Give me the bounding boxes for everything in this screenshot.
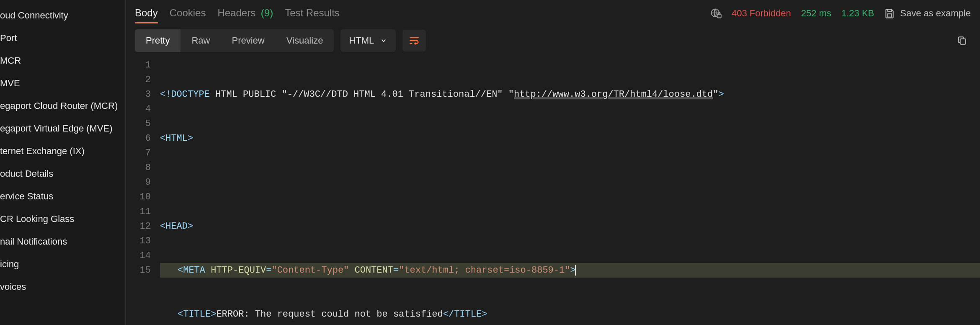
sidebar-item-port[interactable]: Port [0, 27, 125, 49]
sidebar-item-mcr-looking-glass[interactable]: CR Looking Glass [0, 208, 125, 230]
tab-headers-label: Headers [217, 7, 255, 18]
tab-cookies[interactable]: Cookies [170, 4, 206, 23]
sidebar-item-megaport-cloud-router[interactable]: egaport Cloud Router (MCR) [0, 95, 125, 117]
wrap-lines-button[interactable] [402, 30, 426, 52]
save-as-example-button[interactable]: Save as example [884, 8, 971, 19]
response-topbar: Body Cookies Headers (9) Test Results 40… [126, 0, 980, 23]
sidebar-item-cloud-connectivity[interactable]: oud Connectivity [0, 4, 125, 27]
view-mode-pretty[interactable]: Pretty [135, 29, 181, 52]
tab-headers[interactable]: Headers (9) [217, 4, 273, 23]
sidebar-item-internet-exchange[interactable]: ternet Exchange (IX) [0, 140, 125, 162]
code-content[interactable]: <!DOCTYPE HTML PUBLIC "-//W3C//DTD HTML … [160, 58, 980, 325]
view-mode-group: Pretty Raw Preview Visualize [135, 29, 334, 52]
save-as-example-label: Save as example [900, 8, 971, 19]
sidebar-item-product-details[interactable]: oduct Details [0, 162, 125, 185]
status-size: 1.23 KB [841, 8, 874, 19]
copy-button[interactable] [953, 32, 971, 49]
response-toolbar: Pretty Raw Preview Visualize HTML [126, 23, 980, 58]
text-cursor [575, 265, 576, 276]
sidebar-item-pricing[interactable]: icing [0, 253, 125, 276]
response-body-code[interactable]: 123456789101112131415 <!DOCTYPE HTML PUB… [126, 58, 980, 325]
language-dropdown[interactable]: HTML [340, 29, 396, 52]
view-mode-visualize[interactable]: Visualize [276, 29, 334, 52]
line-number-gutter: 123456789101112131415 [133, 58, 160, 325]
sidebar-item-megaport-virtual-edge[interactable]: egaport Virtual Edge (MVE) [0, 117, 125, 140]
tab-test-results[interactable]: Test Results [285, 4, 340, 23]
response-status: 403 Forbidden 252 ms 1.23 KB [710, 8, 884, 19]
tab-headers-count: (9) [261, 7, 273, 18]
language-dropdown-label: HTML [349, 35, 374, 46]
sidebar-item-mcr[interactable]: MCR [0, 49, 125, 72]
sidebar-item-invoices[interactable]: voices [0, 276, 125, 298]
tab-body[interactable]: Body [135, 4, 158, 23]
copy-icon [957, 35, 967, 46]
response-panel: Body Cookies Headers (9) Test Results 40… [126, 0, 980, 325]
save-icon [884, 8, 895, 19]
sidebar-item-email-notifications[interactable]: nail Notifications [0, 230, 125, 253]
svg-rect-2 [888, 14, 892, 17]
response-tabs: Body Cookies Headers (9) Test Results [135, 4, 710, 23]
globe-lock-icon[interactable] [710, 8, 722, 19]
wrap-icon [408, 35, 420, 46]
status-code: 403 Forbidden [732, 8, 791, 19]
view-mode-preview[interactable]: Preview [221, 29, 275, 52]
status-time: 252 ms [801, 8, 831, 19]
view-mode-raw[interactable]: Raw [181, 29, 221, 52]
sidebar-item-service-status[interactable]: ervice Status [0, 185, 125, 208]
svg-rect-1 [717, 14, 721, 18]
sidebar: oud Connectivity Port MCR MVE egaport Cl… [0, 0, 126, 325]
sidebar-item-mve[interactable]: MVE [0, 72, 125, 95]
svg-rect-3 [960, 39, 966, 44]
chevron-down-icon [380, 37, 387, 44]
